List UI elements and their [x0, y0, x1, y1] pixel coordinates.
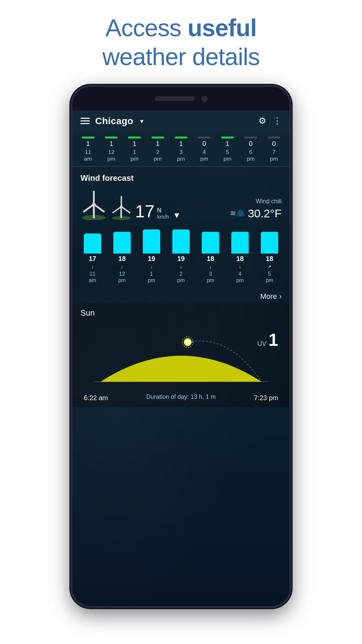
rain-bar-5: [198, 137, 210, 139]
svg-rect-1: [93, 205, 95, 218]
sunrise-time: 6:22 am: [84, 394, 108, 402]
sunset-time: 7:23 pm: [254, 394, 278, 402]
wind-unit: km/h: [157, 214, 169, 220]
speaker: [155, 96, 195, 101]
rain-bar-7: [244, 137, 257, 139]
wind-arrow-icon: ▼: [173, 211, 181, 220]
hamburger-line3: [80, 123, 90, 124]
hour-time-8: 7pm: [270, 149, 278, 163]
rain-amount-3: 1: [156, 140, 160, 148]
wind-bar-5: [231, 232, 249, 254]
rain-bar-0: [82, 137, 95, 139]
header-line2: weather details: [102, 43, 259, 70]
wind-chill-block: Wind chill ≋🧥 30.2°F: [230, 198, 282, 220]
hour-col-2: 1 1pm: [128, 137, 141, 163]
svg-line-10: [121, 207, 130, 213]
wind-chill-label: Wind chill: [230, 198, 282, 205]
hour-col-3: 1 2pm: [152, 137, 164, 163]
wind-bars-row: 17 ↓ 11am 18 ↓ 12pm 19 ↓ 1pm 19 ↓ 2pm 18…: [78, 229, 284, 283]
rain-bar-2: [128, 137, 141, 139]
rain-bar-1: [105, 137, 118, 139]
wind-chill-icon: ≋🧥: [230, 209, 245, 218]
hour-col-7: 0 6pm: [244, 137, 257, 163]
wind-bar-speed-5: 18: [236, 255, 244, 263]
uv-label: UV: [257, 340, 266, 347]
hour-time-4: 3pm: [177, 149, 185, 163]
hourly-row: 1 11am 1 12pm 1 1pm 1 2pm 1 3pm 0 4pm 1 …: [72, 137, 290, 163]
wind-bar-speed-4: 18: [207, 255, 214, 263]
phone-notch: [72, 87, 290, 110]
wind-bar-arrow-3: ↓: [180, 264, 182, 269]
wind-bar-arrow-4: ↓: [209, 264, 212, 269]
wind-bar-speed-2: 19: [148, 255, 155, 263]
wind-chill-icons: ≋🧥 30.2°F: [230, 207, 282, 220]
wind-bar-time-0: 11am: [89, 271, 96, 283]
menu-button[interactable]: [80, 118, 90, 124]
rain-bar-8: [267, 137, 280, 139]
sun-section: Sun UV1: [72, 303, 290, 407]
wind-bar-speed-3: 19: [177, 255, 185, 263]
windmill-illustration: [80, 188, 132, 220]
more-link[interactable]: More ›: [260, 292, 282, 301]
more-options-icon[interactable]: ⋮: [273, 116, 282, 126]
sun-label: Sun: [80, 308, 282, 318]
hour-time-7: 6pm: [247, 149, 255, 163]
hour-col-4: 1 3pm: [175, 137, 187, 163]
city-dropdown-icon[interactable]: ▾: [140, 117, 143, 125]
wind-bar-time-2: 1pm: [148, 271, 155, 283]
wind-bar-col-3: 19 ↓ 2pm: [172, 229, 190, 283]
volume-button: [70, 154, 72, 174]
app-screen: Chicago ▾ ⚙ ⋮ 1 11am 1 12pm 1 1pm 1 2pm …: [72, 110, 290, 606]
rain-amount-1: 1: [109, 140, 113, 148]
hour-time-3: 2pm: [154, 149, 162, 163]
rain-bar-6: [221, 137, 234, 139]
wind-bar-arrow-1: ↓: [121, 264, 123, 269]
rain-amount-0: 1: [86, 140, 90, 148]
wind-main: 17 N km/h ▼ Wind chill ≋🧥 30.2°F: [80, 188, 282, 220]
sun-arc-svg: [84, 323, 278, 390]
page-header: Access useful weather details: [102, 13, 259, 71]
wind-bar-1: [113, 232, 131, 254]
hour-col-1: 1 12pm: [105, 137, 118, 163]
rain-amount-4: 1: [179, 140, 183, 148]
wind-bar-arrow-6: ↗: [267, 264, 272, 269]
header-line1: Access useful: [105, 14, 256, 41]
rain-amount-7: 0: [249, 140, 252, 148]
wind-bar-3: [172, 229, 190, 254]
header-bold: useful: [188, 14, 257, 41]
uv-badge: UV1: [257, 330, 278, 350]
wind-chill-temp: 30.2°F: [248, 207, 282, 220]
wind-bar-time-3: 2pm: [177, 271, 185, 283]
rain-amount-8: 0: [272, 140, 276, 148]
wind-title: Wind forecast: [80, 173, 282, 183]
wind-bar-2: [143, 229, 160, 254]
windmill-svg-1: [80, 188, 107, 220]
city-name[interactable]: Chicago: [95, 116, 133, 126]
wind-bar-time-5: 4pm: [236, 271, 244, 283]
rain-amount-5: 0: [202, 140, 206, 148]
more-link-row: More ›: [72, 288, 290, 303]
hour-col-5: 0 4pm: [198, 137, 210, 163]
wind-direction: N: [157, 207, 162, 214]
wind-bar-time-4: 3pm: [207, 271, 214, 283]
hour-col-8: 0 7pm: [267, 137, 280, 163]
wind-bar-speed-6: 18: [266, 255, 273, 263]
windmill-svg-2: [111, 193, 132, 220]
wind-bar-6: [261, 232, 278, 254]
wind-bar-col-1: 18 ↓ 12pm: [113, 232, 131, 283]
hour-time-5: 4pm: [200, 149, 208, 163]
wind-bar-4: [202, 232, 219, 254]
svg-line-5: [84, 204, 94, 212]
hourly-precipitation-section: 1 11am 1 12pm 1 1pm 1 2pm 1 3pm 0 4pm 1 …: [72, 132, 290, 166]
wind-bar-arrow-0: ↓: [92, 264, 94, 269]
sun-times-row: 6:22 am 7:23 pm: [84, 394, 278, 402]
svg-point-13: [184, 339, 191, 345]
wind-bar-col-4: 18 ↓ 3pm: [202, 232, 219, 283]
svg-line-4: [94, 204, 104, 212]
wind-bar-col-2: 19 ↓ 1pm: [143, 229, 160, 283]
hour-col-6: 1 5pm: [221, 137, 234, 163]
rain-bar-4: [175, 137, 187, 139]
sun-chart-area: UV1 6:22 am 7:23: [84, 323, 278, 390]
settings-icon[interactable]: ⚙: [258, 116, 266, 126]
wind-section: Wind forecast: [72, 167, 290, 225]
